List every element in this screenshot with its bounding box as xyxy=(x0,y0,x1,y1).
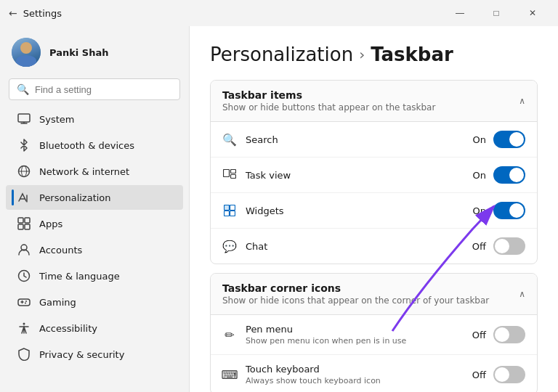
network-icon xyxy=(17,165,31,178)
search-box[interactable]: 🔍 xyxy=(9,78,180,100)
apps-icon xyxy=(17,217,31,230)
privacy-label: Privacy & security xyxy=(39,349,124,360)
gaming-label: Gaming xyxy=(39,297,76,308)
touch-setting-icon: ⌨ xyxy=(222,367,237,382)
svg-rect-22 xyxy=(231,175,236,179)
widgets-toggle[interactable] xyxy=(493,202,525,219)
search-input[interactable] xyxy=(35,84,172,95)
taskbar-corner-subtitle: Show or hide icons that appear on the co… xyxy=(222,295,489,306)
sidebar-item-bluetooth[interactable]: Bluetooth & devices xyxy=(6,133,183,158)
chat-setting-icon: 💬 xyxy=(222,239,237,253)
back-icon[interactable]: ← xyxy=(9,7,17,19)
taskview-status: On xyxy=(473,170,486,181)
network-label: Network & internet xyxy=(39,166,129,177)
taskbar-corner-section: Taskbar corner icons Show or hide icons … xyxy=(210,273,538,392)
pen-setting-icon: ✏️ xyxy=(222,327,237,342)
gaming-icon xyxy=(17,295,31,309)
taskview-setting-icon xyxy=(222,168,237,182)
widgets-row: Widgets On xyxy=(211,193,537,229)
svg-point-17 xyxy=(25,301,27,302)
pen-setting-sublabel: Show pen menu icon when pen is in use xyxy=(246,336,406,346)
svg-rect-10 xyxy=(18,224,23,229)
personalization-label: Personalization xyxy=(39,192,111,203)
maximize-button[interactable]: □ xyxy=(480,3,513,23)
bluetooth-icon xyxy=(17,139,31,152)
privacy-icon xyxy=(17,348,31,361)
svg-rect-9 xyxy=(25,218,30,223)
time-icon xyxy=(17,269,31,282)
search-setting-icon: 🔍 xyxy=(222,132,237,147)
svg-rect-14 xyxy=(18,299,30,306)
chat-setting-label: Chat xyxy=(246,241,267,252)
svg-point-18 xyxy=(25,303,26,304)
svg-rect-11 xyxy=(25,224,30,229)
accessibility-label: Accessibility xyxy=(39,323,97,334)
taskbar-corner-title: Taskbar corner icons xyxy=(222,282,489,294)
title-bar: ← Settings — □ ✕ xyxy=(0,0,558,26)
chat-toggle[interactable] xyxy=(493,237,525,255)
main-content: Personalization › Taskbar Taskbar items … xyxy=(189,26,558,392)
taskbar-corner-chevron[interactable]: ∧ xyxy=(519,289,525,299)
taskbar-corner-header: Taskbar corner icons Show or hide icons … xyxy=(211,274,537,315)
sidebar-item-time[interactable]: Time & language xyxy=(6,264,183,288)
taskview-row: Task view On xyxy=(211,158,537,193)
sidebar-item-accounts[interactable]: Accounts xyxy=(6,237,183,262)
active-indicator xyxy=(12,189,14,205)
breadcrumb-arrow: › xyxy=(359,46,365,63)
sidebar-item-apps[interactable]: Apps xyxy=(6,211,183,236)
page-title: Taskbar xyxy=(371,44,453,65)
search-status: On xyxy=(473,134,486,145)
pen-toggle[interactable] xyxy=(493,326,525,343)
close-button[interactable]: ✕ xyxy=(516,3,549,23)
taskbar-items-header: Taskbar items Show or hide buttons that … xyxy=(211,81,537,122)
pen-row: ✏️ Pen menu Show pen menu icon when pen … xyxy=(211,315,537,355)
svg-rect-23 xyxy=(225,205,230,211)
search-setting-label: Search xyxy=(246,134,278,145)
system-icon xyxy=(17,113,31,126)
widgets-status: On xyxy=(473,205,486,216)
personalization-icon xyxy=(17,191,31,204)
search-row: 🔍 Search On xyxy=(211,122,537,158)
svg-rect-21 xyxy=(231,170,236,173)
pen-status: Off xyxy=(472,330,486,340)
taskview-setting-label: Task view xyxy=(246,170,291,181)
window-controls: — □ ✕ xyxy=(443,3,549,23)
touch-setting-sublabel: Always show touch keyboard icon xyxy=(246,376,381,385)
accessibility-icon xyxy=(17,322,31,335)
sidebar-item-network[interactable]: Network & internet xyxy=(6,159,183,184)
taskbar-items-chevron[interactable]: ∧ xyxy=(519,96,525,106)
taskview-toggle[interactable] xyxy=(493,166,525,184)
user-profile[interactable]: Panki Shah xyxy=(0,32,189,78)
svg-rect-20 xyxy=(224,170,230,177)
sidebar-item-privacy[interactable]: Privacy & security xyxy=(6,342,183,367)
chat-status: Off xyxy=(472,241,486,252)
avatar xyxy=(12,38,41,67)
touch-setting-label: Touch keyboard xyxy=(246,364,381,375)
time-label: Time & language xyxy=(39,271,120,282)
minimize-button[interactable]: — xyxy=(443,3,477,23)
svg-rect-0 xyxy=(18,114,30,122)
svg-rect-25 xyxy=(225,211,230,216)
taskbar-items-subtitle: Show or hide buttons that appear on the … xyxy=(222,102,435,113)
sidebar-item-accessibility[interactable]: Accessibility xyxy=(6,316,183,340)
search-toggle[interactable] xyxy=(493,131,525,148)
sidebar-item-personalization[interactable]: Personalization xyxy=(6,185,183,210)
svg-point-19 xyxy=(23,323,25,325)
bluetooth-label: Bluetooth & devices xyxy=(39,140,134,151)
system-label: System xyxy=(39,114,74,125)
accounts-label: Accounts xyxy=(39,245,82,256)
touch-toggle[interactable] xyxy=(493,366,525,383)
sidebar-item-gaming[interactable]: Gaming xyxy=(6,290,183,314)
taskbar-items-title: Taskbar items xyxy=(222,89,435,101)
widgets-setting-icon xyxy=(222,203,237,218)
page-header: Personalization › Taskbar xyxy=(210,44,538,65)
accounts-icon xyxy=(17,243,31,256)
chat-row: 💬 Chat Off xyxy=(211,229,537,264)
pen-setting-label: Pen menu xyxy=(246,324,406,335)
sidebar-item-system[interactable]: System xyxy=(6,107,183,131)
search-icon: 🔍 xyxy=(17,83,29,95)
widgets-setting-label: Widgets xyxy=(246,205,284,216)
apps-label: Apps xyxy=(39,219,62,229)
taskbar-items-section: Taskbar items Show or hide buttons that … xyxy=(210,80,538,264)
window-title: Settings xyxy=(23,8,62,19)
